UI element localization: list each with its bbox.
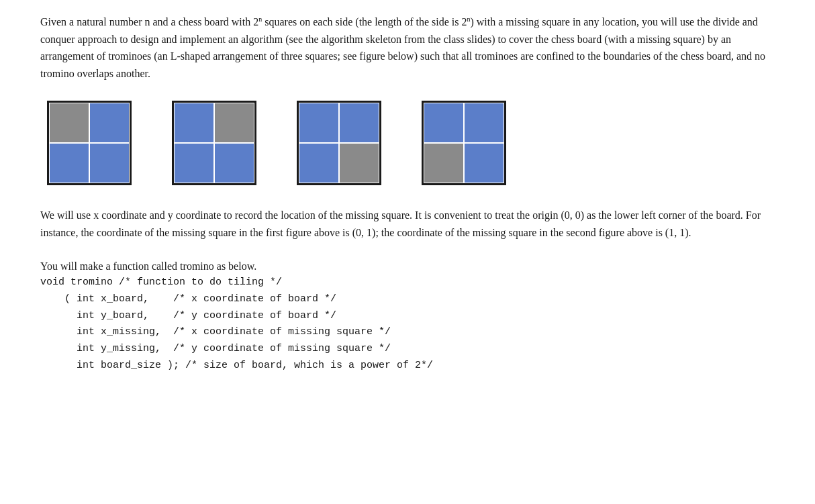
cell-2-2 [214, 103, 254, 143]
cell-4-1 [424, 103, 464, 143]
code-intro-line1: You will make a function called tromino … [40, 258, 775, 275]
code-section: You will make a function called tromino … [40, 258, 775, 374]
cell-4-3 [424, 143, 464, 183]
cell-2-1 [174, 103, 214, 143]
cell-3-1 [299, 103, 339, 143]
tromino-figures [47, 101, 775, 185]
code-param4: int y_missing, /* y coordinate of missin… [40, 341, 775, 358]
cell-1-3 [49, 143, 89, 183]
cell-2-4 [214, 143, 254, 183]
cell-1-2 [89, 103, 130, 143]
content-area: Given a natural number n and a chess boa… [40, 13, 775, 374]
cell-2-3 [174, 143, 214, 183]
code-param1: ( int x_board, /* x coordinate of board … [40, 291, 775, 308]
cell-3-3 [299, 143, 339, 183]
cell-1-4 [89, 143, 130, 183]
tromino-figure-2 [172, 101, 256, 185]
code-param2: int y_board, /* y coordinate of board */ [40, 308, 775, 325]
cell-3-2 [339, 103, 379, 143]
tromino-figure-3 [297, 101, 381, 185]
cell-3-4 [339, 143, 379, 183]
tromino-figure-4 [422, 101, 506, 185]
cell-4-4 [464, 143, 504, 183]
middle-text: We will use x coordinate and y coordinat… [40, 207, 775, 241]
middle-text-block: We will use x coordinate and y coordinat… [40, 207, 775, 241]
code-intro-line2: void tromino /* function to do tiling */ [40, 274, 775, 291]
code-param5: int board_size ); /* size of board, whic… [40, 358, 775, 374]
code-param3: int x_missing, /* x coordinate of missin… [40, 324, 775, 341]
cell-4-2 [464, 103, 504, 143]
tromino-figure-1 [47, 101, 132, 185]
cell-1-1 [49, 103, 89, 143]
intro-paragraph: Given a natural number n and a chess boa… [40, 13, 775, 82]
